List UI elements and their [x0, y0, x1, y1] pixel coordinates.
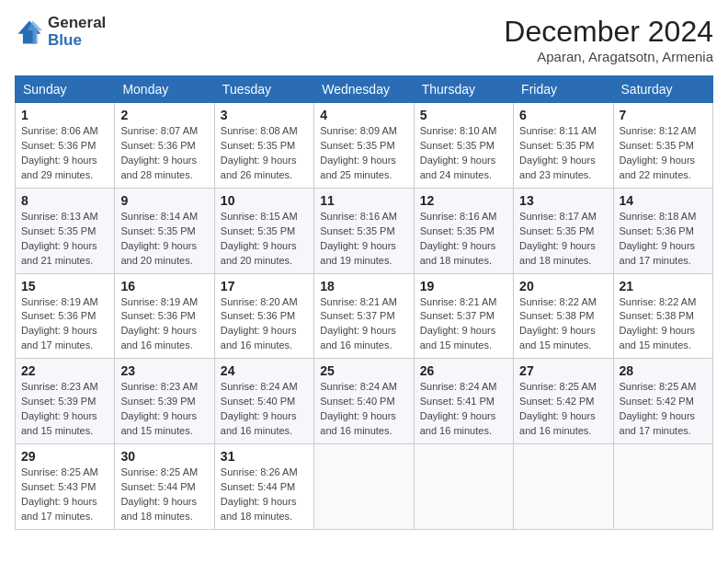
calendar-week-row: 1 Sunrise: 8:06 AM Sunset: 5:36 PM Dayli… [16, 103, 713, 189]
day-number: 31 [221, 449, 308, 464]
cell-content: Sunrise: 8:20 AM Sunset: 5:36 PM Dayligh… [221, 295, 308, 354]
logo-blue-text: Blue [48, 32, 106, 50]
cell-content: Sunrise: 8:24 AM Sunset: 5:40 PM Dayligh… [320, 380, 407, 439]
cell-content: Sunrise: 8:24 AM Sunset: 5:40 PM Dayligh… [221, 380, 308, 439]
calendar-week-row: 22 Sunrise: 8:23 AM Sunset: 5:39 PM Dayl… [16, 359, 713, 444]
table-row: 19 Sunrise: 8:21 AM Sunset: 5:37 PM Dayl… [414, 273, 513, 359]
calendar-table: Sunday Monday Tuesday Wednesday Thursday… [15, 75, 713, 530]
day-number: 25 [320, 363, 407, 378]
col-saturday: Saturday [613, 76, 712, 103]
table-row: 27 Sunrise: 8:25 AM Sunset: 5:42 PM Dayl… [514, 359, 613, 444]
page-header: General Blue December 2024 Aparan, Araga… [15, 15, 713, 64]
cell-content: Sunrise: 8:07 AM Sunset: 5:36 PM Dayligh… [120, 124, 208, 183]
day-number: 28 [620, 363, 707, 378]
cell-content: Sunrise: 8:25 AM Sunset: 5:42 PM Dayligh… [620, 380, 707, 439]
cell-content: Sunrise: 8:19 AM Sunset: 5:36 PM Dayligh… [120, 295, 208, 354]
title-block: December 2024 Aparan, Aragatsotn, Armeni… [504, 15, 713, 64]
table-row: 30 Sunrise: 8:25 AM Sunset: 5:44 PM Dayl… [115, 444, 214, 530]
location-title: Aparan, Aragatsotn, Armenia [504, 49, 713, 64]
table-row: 31 Sunrise: 8:26 AM Sunset: 5:44 PM Dayl… [214, 444, 313, 530]
day-number: 3 [221, 108, 308, 122]
cell-content: Sunrise: 8:16 AM Sunset: 5:35 PM Dayligh… [320, 210, 407, 269]
cell-content: Sunrise: 8:12 AM Sunset: 5:35 PM Dayligh… [620, 124, 707, 183]
cell-content: Sunrise: 8:06 AM Sunset: 5:36 PM Dayligh… [21, 124, 108, 183]
cell-content: Sunrise: 8:24 AM Sunset: 5:41 PM Dayligh… [420, 380, 507, 439]
cell-content: Sunrise: 8:23 AM Sunset: 5:39 PM Dayligh… [120, 380, 208, 439]
day-number: 2 [120, 108, 208, 122]
col-sunday: Sunday [16, 76, 115, 103]
cell-content: Sunrise: 8:19 AM Sunset: 5:36 PM Dayligh… [21, 295, 108, 354]
cell-content: Sunrise: 8:16 AM Sunset: 5:35 PM Dayligh… [420, 210, 507, 269]
cell-content: Sunrise: 8:22 AM Sunset: 5:38 PM Dayligh… [519, 295, 607, 354]
table-row: 14 Sunrise: 8:18 AM Sunset: 5:36 PM Dayl… [613, 188, 712, 273]
day-number: 4 [320, 108, 407, 122]
cell-content: Sunrise: 8:25 AM Sunset: 5:42 PM Dayligh… [519, 380, 607, 439]
day-number: 27 [519, 363, 607, 378]
day-number: 26 [420, 363, 507, 378]
day-number: 12 [420, 193, 507, 208]
logo-text: General Blue [48, 15, 106, 49]
table-row: 9 Sunrise: 8:14 AM Sunset: 5:35 PM Dayli… [115, 188, 214, 273]
table-row: 28 Sunrise: 8:25 AM Sunset: 5:42 PM Dayl… [613, 359, 712, 444]
table-row: 5 Sunrise: 8:10 AM Sunset: 5:35 PM Dayli… [414, 103, 513, 189]
day-number: 13 [519, 193, 607, 208]
day-number: 9 [120, 193, 208, 208]
day-number: 24 [221, 363, 308, 378]
table-row: 11 Sunrise: 8:16 AM Sunset: 5:35 PM Dayl… [314, 188, 414, 273]
logo-general-text: General [48, 15, 106, 32]
cell-content: Sunrise: 8:25 AM Sunset: 5:44 PM Dayligh… [120, 465, 208, 524]
cell-content: Sunrise: 8:11 AM Sunset: 5:35 PM Dayligh… [519, 124, 607, 183]
table-row: 29 Sunrise: 8:25 AM Sunset: 5:43 PM Dayl… [16, 444, 115, 530]
day-number: 15 [21, 279, 108, 293]
day-number: 14 [620, 193, 707, 208]
col-wednesday: Wednesday [314, 76, 414, 103]
day-number: 21 [620, 279, 707, 293]
day-number: 20 [519, 279, 607, 293]
logo: General Blue [15, 15, 106, 49]
table-row: 6 Sunrise: 8:11 AM Sunset: 5:35 PM Dayli… [514, 103, 613, 189]
cell-content: Sunrise: 8:14 AM Sunset: 5:35 PM Dayligh… [120, 210, 208, 269]
table-row: 4 Sunrise: 8:09 AM Sunset: 5:35 PM Dayli… [314, 103, 414, 189]
cell-content: Sunrise: 8:21 AM Sunset: 5:37 PM Dayligh… [320, 295, 407, 354]
day-number: 18 [320, 279, 407, 293]
table-row: 25 Sunrise: 8:24 AM Sunset: 5:40 PM Dayl… [314, 359, 414, 444]
table-row: 20 Sunrise: 8:22 AM Sunset: 5:38 PM Dayl… [514, 273, 613, 359]
cell-content: Sunrise: 8:18 AM Sunset: 5:36 PM Dayligh… [620, 210, 707, 269]
table-row: 13 Sunrise: 8:17 AM Sunset: 5:35 PM Dayl… [514, 188, 613, 273]
cell-content: Sunrise: 8:26 AM Sunset: 5:44 PM Dayligh… [221, 465, 308, 524]
table-row: 7 Sunrise: 8:12 AM Sunset: 5:35 PM Dayli… [613, 103, 712, 189]
cell-content: Sunrise: 8:23 AM Sunset: 5:39 PM Dayligh… [21, 380, 108, 439]
day-number: 7 [620, 108, 707, 122]
table-row: 16 Sunrise: 8:19 AM Sunset: 5:36 PM Dayl… [115, 273, 214, 359]
calendar-week-row: 8 Sunrise: 8:13 AM Sunset: 5:35 PM Dayli… [16, 188, 713, 273]
table-row: 22 Sunrise: 8:23 AM Sunset: 5:39 PM Dayl… [16, 359, 115, 444]
table-row: 17 Sunrise: 8:20 AM Sunset: 5:36 PM Dayl… [214, 273, 313, 359]
day-number: 5 [420, 108, 507, 122]
day-number: 10 [221, 193, 308, 208]
col-friday: Friday [514, 76, 613, 103]
cell-content: Sunrise: 8:22 AM Sunset: 5:38 PM Dayligh… [620, 295, 707, 354]
table-row: 21 Sunrise: 8:22 AM Sunset: 5:38 PM Dayl… [613, 273, 712, 359]
table-row: 18 Sunrise: 8:21 AM Sunset: 5:37 PM Dayl… [314, 273, 414, 359]
day-number: 11 [320, 193, 407, 208]
col-monday: Monday [115, 76, 214, 103]
cell-content: Sunrise: 8:15 AM Sunset: 5:35 PM Dayligh… [221, 210, 308, 269]
day-number: 8 [21, 193, 108, 208]
table-row: 1 Sunrise: 8:06 AM Sunset: 5:36 PM Dayli… [16, 103, 115, 189]
col-tuesday: Tuesday [214, 76, 313, 103]
table-row [314, 444, 414, 530]
table-row: 24 Sunrise: 8:24 AM Sunset: 5:40 PM Dayl… [214, 359, 313, 444]
table-row: 2 Sunrise: 8:07 AM Sunset: 5:36 PM Dayli… [115, 103, 214, 189]
calendar-week-row: 15 Sunrise: 8:19 AM Sunset: 5:36 PM Dayl… [16, 273, 713, 359]
table-row: 8 Sunrise: 8:13 AM Sunset: 5:35 PM Dayli… [16, 188, 115, 273]
day-number: 17 [221, 279, 308, 293]
table-row [514, 444, 613, 530]
cell-content: Sunrise: 8:21 AM Sunset: 5:37 PM Dayligh… [420, 295, 507, 354]
table-row [613, 444, 712, 530]
cell-content: Sunrise: 8:17 AM Sunset: 5:35 PM Dayligh… [519, 210, 607, 269]
table-row: 12 Sunrise: 8:16 AM Sunset: 5:35 PM Dayl… [414, 188, 513, 273]
table-row [414, 444, 513, 530]
cell-content: Sunrise: 8:10 AM Sunset: 5:35 PM Dayligh… [420, 124, 507, 183]
day-number: 16 [120, 279, 208, 293]
table-row: 15 Sunrise: 8:19 AM Sunset: 5:36 PM Dayl… [16, 273, 115, 359]
